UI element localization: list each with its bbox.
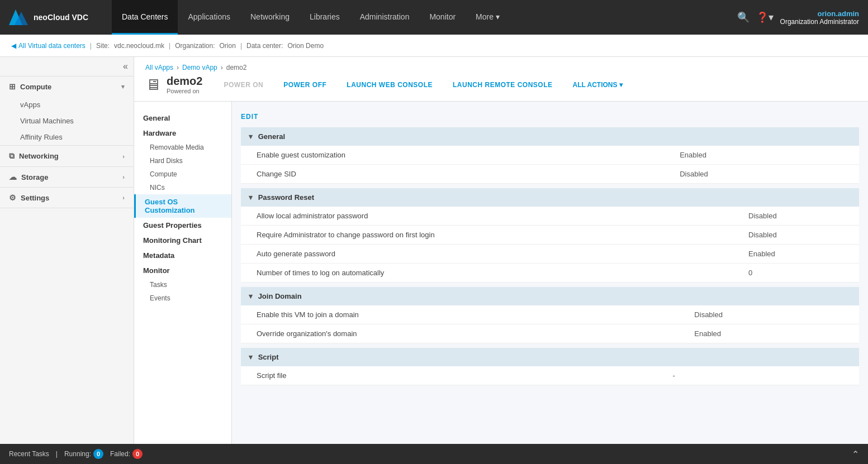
sidebar-item-affinity-rules[interactable]: Affinity Rules <box>0 129 134 145</box>
all-actions-button[interactable]: ALL ACTIONS ▾ <box>565 78 630 92</box>
search-icon[interactable]: 🔍 <box>737 11 750 23</box>
demo-vapp-link[interactable]: Demo vApp <box>182 64 217 71</box>
password-reset-section-header: ▾ Password Reset <box>241 188 859 207</box>
user-menu[interactable]: orion.admin Organization Administrator <box>780 9 859 26</box>
detail-nav-metadata[interactable]: Metadata <box>134 248 231 263</box>
launch-web-console-button[interactable]: LAUNCH WEB CONSOLE <box>339 78 440 92</box>
row-label-auto-gen-pwd: Auto generate password <box>241 245 733 264</box>
breadcrumb-org-value: Orion <box>220 42 236 50</box>
general-toggle-icon[interactable]: ▾ <box>249 132 253 141</box>
storage-label: Storage <box>21 173 48 181</box>
sidebar-section-storage: ☁ Storage › <box>0 167 134 188</box>
script-section-table: ▾ Script Script file - <box>241 348 859 385</box>
detail-nav-removable-media[interactable]: Removable Media <box>134 141 231 154</box>
row-label-join-domain: Enable this VM to join a domain <box>241 305 679 324</box>
sidebar-collapse-control[interactable]: « <box>0 57 134 76</box>
edit-btn-row: EDIT <box>241 111 859 123</box>
vm-breadcrumb: All vApps › Demo vApp › demo2 <box>145 64 857 71</box>
sidebar-section-storage-header[interactable]: ☁ Storage › <box>0 167 134 187</box>
expand-icon[interactable]: ⌃ <box>852 449 859 460</box>
sidebar-section-compute-header[interactable]: ⊞ Compute ▾ <box>0 76 134 97</box>
sidebar-item-virtual-machines[interactable]: Virtual Machines <box>0 113 134 129</box>
all-vapps-link[interactable]: All vApps <box>145 64 173 71</box>
settings-arrow-icon: › <box>122 194 125 201</box>
detail-nav-events[interactable]: Events <box>134 291 231 305</box>
detail-nav-guest-properties[interactable]: Guest Properties <box>134 218 231 233</box>
join-domain-toggle-icon[interactable]: ▾ <box>249 292 253 300</box>
vm-title-area: 🖥 demo2 Powered on <box>145 75 202 94</box>
script-section-header: ▾ Script <box>241 348 859 366</box>
nav-item-more[interactable]: More ▾ <box>466 0 510 35</box>
detail-nav-monitoring-chart[interactable]: Monitoring Chart <box>134 233 231 248</box>
back-to-vdc[interactable]: ◀ All Virtual data centers <box>11 42 86 50</box>
row-label-require-change-pwd: Require Administrator to change password… <box>241 226 733 245</box>
sidebar-section-settings: ⚙ Settings › <box>0 188 134 208</box>
sidebar-section-networking-header[interactable]: ⧉ Networking › <box>0 146 134 166</box>
bottom-bar: Recent Tasks | Running: 0 Failed: 0 ⌃ <box>0 444 868 464</box>
breadcrumb-separator-3: | <box>240 42 242 50</box>
networking-label: Networking <box>19 152 59 160</box>
vm-title-block: demo2 Powered on <box>167 75 202 94</box>
nav-item-datacenters[interactable]: Data Centers <box>112 0 178 35</box>
launch-remote-console-button[interactable]: LAUNCH REMOTE CONSOLE <box>445 78 561 92</box>
vm-actions: POWER ON POWER OFF LAUNCH WEB CONSOLE LA… <box>216 78 630 92</box>
general-section-header: ▾ General <box>241 127 859 146</box>
vm-breadcrumb-current: demo2 <box>226 64 247 71</box>
collapse-icon[interactable]: « <box>123 61 128 71</box>
help-icon[interactable]: ❓▾ <box>756 11 774 23</box>
detail-nav-hardware[interactable]: Hardware <box>134 126 231 141</box>
table-row: Enable guest customization Enabled <box>241 146 859 165</box>
vm-status: Powered on <box>167 88 202 94</box>
row-value-script-file: - <box>657 366 859 385</box>
row-value-join-domain: Disabled <box>679 305 859 324</box>
vm-breadcrumb-sep2: › <box>221 64 223 71</box>
sidebar-item-vapps[interactable]: vApps <box>0 97 134 113</box>
detail-panel: EDIT ▾ General Enable guest customizatio… <box>232 102 868 444</box>
row-label-enable-guest: Enable guest customization <box>241 146 664 165</box>
nav-item-libraries[interactable]: Libraries <box>300 0 350 35</box>
failed-tasks-item: Failed: 0 <box>110 449 143 459</box>
sidebar-section-settings-header[interactable]: ⚙ Settings › <box>0 188 134 208</box>
table-row: Script file - <box>241 366 859 385</box>
password-reset-section-title: Password Reset <box>258 193 314 202</box>
nav-right-controls: 🔍 ❓▾ orion.admin Organization Administra… <box>728 9 868 26</box>
power-on-button[interactable]: POWER ON <box>216 78 271 92</box>
nav-item-monitor[interactable]: Monitor <box>419 0 466 35</box>
recent-tasks-label: Recent Tasks <box>9 450 49 458</box>
detail-navigation: General Hardware Removable Media Hard Di… <box>134 102 232 444</box>
edit-button[interactable]: EDIT <box>241 111 258 123</box>
nav-item-administration[interactable]: Administration <box>350 0 420 35</box>
power-off-button[interactable]: POWER OFF <box>276 78 334 92</box>
detail-nav-hard-disks[interactable]: Hard Disks <box>134 154 231 168</box>
table-row: Require Administrator to change password… <box>241 226 859 245</box>
join-domain-section-header: ▾ Join Domain <box>241 287 859 305</box>
nav-item-networking[interactable]: Networking <box>240 0 300 35</box>
nav-item-applications[interactable]: Applications <box>178 0 240 35</box>
detail-nav-monitor[interactable]: Monitor <box>134 263 231 278</box>
detail-nav-nics[interactable]: NICs <box>134 181 231 194</box>
detail-nav-compute[interactable]: Compute <box>134 168 231 181</box>
table-row: Auto generate password Enabled <box>241 245 859 264</box>
row-value-change-sid: Disabled <box>664 165 859 184</box>
failed-label: Failed: <box>110 450 130 458</box>
running-tasks-item: Running: 0 <box>64 449 103 459</box>
password-reset-toggle-icon[interactable]: ▾ <box>249 193 253 202</box>
vm-breadcrumb-sep1: › <box>177 64 179 71</box>
vm-name: demo2 <box>167 75 202 88</box>
breadcrumb-org-label: Organization: <box>175 42 215 50</box>
detail-nav-general[interactable]: General <box>134 111 231 126</box>
networking-arrow-icon: › <box>122 153 125 160</box>
app-logo[interactable]: neoCloud VDC <box>0 9 112 25</box>
detail-nav-guest-os[interactable]: Guest OSCustomization <box>134 194 231 218</box>
storage-icon: ☁ <box>9 173 17 181</box>
sidebar: « ⊞ Compute ▾ vApps Virtual Machines Aff… <box>0 57 134 444</box>
breadcrumb-separator-2: | <box>169 42 170 50</box>
script-toggle-icon[interactable]: ▾ <box>249 353 253 361</box>
row-value-require-change-pwd: Disabled <box>733 226 859 245</box>
detail-nav-tasks[interactable]: Tasks <box>134 278 231 291</box>
general-section-title: General <box>258 132 285 141</box>
vm-icon: 🖥 <box>145 75 161 94</box>
app-name: neoCloud VDC <box>34 13 88 22</box>
vm-header: All vApps › Demo vApp › demo2 🖥 demo2 Po… <box>134 57 868 102</box>
breadcrumb-site-label: Site: <box>96 42 110 50</box>
